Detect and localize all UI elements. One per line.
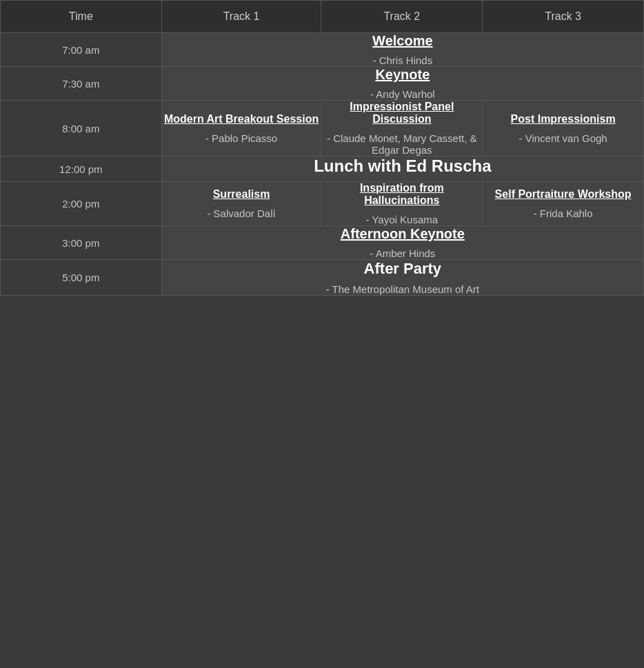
afternoon-keynote-speaker: - Amber Hinds (162, 247, 643, 259)
post-impressionism-title: Post Impressionism (483, 113, 643, 125)
time-730am: 7:30 am (1, 67, 162, 101)
row-1200pm: 12:00 pm Lunch with Ed Ruscha (1, 156, 644, 182)
modern-art-title: Modern Art Breakout Session (162, 113, 321, 125)
event-self-portraiture: Self Portraiture Workshop - Frida Kahlo (483, 182, 644, 226)
modern-art-speaker: - Pablo Picasso (162, 132, 321, 144)
event-post-impressionism: Post Impressionism - Vincent van Gogh (483, 101, 644, 156)
header-track3: Track 3 (483, 1, 644, 33)
time-200pm: 2:00 pm (1, 182, 162, 226)
header-track2: Track 2 (321, 1, 483, 33)
event-welcome: Welcome - Chris Hinds (161, 33, 643, 67)
event-surrealism: Surrealism - Salvador Dalí (161, 182, 321, 226)
welcome-title: Welcome (162, 33, 643, 49)
row-700am: 7:00 am Welcome - Chris Hinds (1, 33, 644, 67)
keynote-title: Keynote (162, 67, 643, 83)
event-impressionist: Impressionist Panel Discussion - Claude … (321, 101, 483, 156)
event-after-party: After Party - The Metropolitan Museum of… (161, 260, 643, 296)
header-time: Time (1, 1, 162, 33)
row-300pm: 3:00 pm Afternoon Keynote - Amber Hinds (1, 226, 644, 260)
event-lunch: Lunch with Ed Ruscha (161, 156, 643, 182)
inspiration-title: Inspiration from Hallucinations (321, 182, 482, 207)
header-track1: Track 1 (161, 1, 321, 33)
event-modern-art: Modern Art Breakout Session - Pablo Pica… (161, 101, 321, 156)
event-afternoon-keynote: Afternoon Keynote - Amber Hinds (161, 226, 643, 260)
lunch-title: Lunch with Ed Ruscha (162, 156, 643, 176)
keynote-speaker: - Andy Warhol (162, 88, 643, 100)
post-impressionism-speaker: - Vincent van Gogh (483, 132, 643, 144)
afternoon-keynote-title: Afternoon Keynote (162, 226, 643, 242)
after-party-speaker: - The Metropolitan Museum of Art (162, 283, 643, 295)
event-keynote: Keynote - Andy Warhol (161, 67, 643, 101)
self-portraiture-speaker: - Frida Kahlo (483, 208, 643, 219)
time-1200pm: 12:00 pm (1, 156, 162, 182)
event-inspiration: Inspiration from Hallucinations - Yayoi … (321, 182, 483, 226)
time-300pm: 3:00 pm (1, 226, 162, 260)
row-800am: 8:00 am Modern Art Breakout Session - Pa… (1, 101, 644, 156)
self-portraiture-title: Self Portraiture Workshop (483, 188, 643, 201)
welcome-speaker: - Chris Hinds (162, 54, 643, 66)
row-200pm: 2:00 pm Surrealism - Salvador Dalí Inspi… (1, 182, 644, 226)
inspiration-speaker: - Yayoi Kusama (321, 214, 482, 225)
impressionist-speaker: - Claude Monet, Mary Cassett, & Edgar De… (321, 132, 482, 156)
time-800am: 8:00 am (1, 101, 162, 156)
row-500pm: 5:00 pm After Party - The Metropolitan M… (1, 260, 644, 296)
time-500pm: 5:00 pm (1, 260, 162, 296)
row-730am: 7:30 am Keynote - Andy Warhol (1, 67, 644, 101)
surrealism-speaker: - Salvador Dalí (162, 208, 321, 219)
surrealism-title: Surrealism (162, 188, 321, 201)
time-700am: 7:00 am (1, 33, 162, 67)
header-row: Time Track 1 Track 2 Track 3 (1, 1, 644, 33)
schedule-table: Time Track 1 Track 2 Track 3 7:00 am Wel… (0, 0, 644, 296)
impressionist-title: Impressionist Panel Discussion (321, 101, 482, 125)
after-party-title: After Party (162, 260, 643, 278)
